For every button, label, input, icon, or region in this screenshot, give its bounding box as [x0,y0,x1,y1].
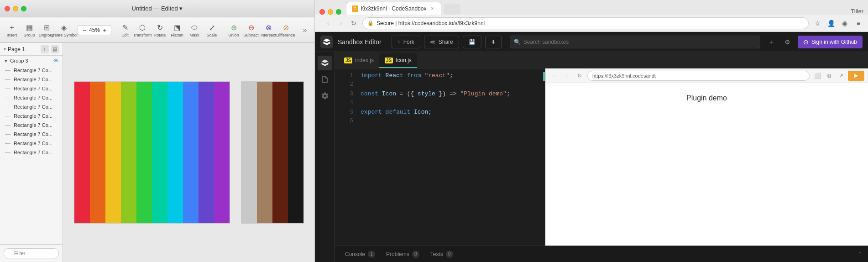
preview-forward-button[interactable]: › [562,71,572,81]
maximize-button[interactable] [21,6,26,11]
minimize-button[interactable] [13,6,18,11]
subtract-tool[interactable]: ⊖ Subtract [243,21,259,39]
problems-tab[interactable]: Problems 0 [382,248,424,261]
fork-button[interactable]: ⑂ Fork [392,36,420,48]
zoom-in-button[interactable]: + [101,26,108,34]
add-page-button[interactable]: + [41,45,49,53]
browser-bookmark-button[interactable]: ☆ [812,18,822,28]
color-strip [199,82,214,223]
page-name: Page 1 [8,46,25,52]
add-sandbox-button[interactable]: + [765,36,778,48]
browser-tab[interactable]: C l9x3zk9nnl - CodeSandbox × [346,2,441,15]
scale-tool[interactable]: ⤢ Scale [204,21,220,39]
browser-tab-close-button[interactable]: × [429,5,435,12]
layer-group[interactable]: ▼ Group 3 👁 [0,56,63,66]
csb-sidebar-page-button[interactable] [318,72,332,87]
settings-button[interactable]: ⚙ [781,36,794,48]
browser-minimize-button[interactable] [328,9,333,15]
zoom-level: 45% [89,27,100,33]
visibility-icon[interactable]: 👁 [53,58,59,64]
layer-item[interactable]: —Rectangle 7 Co... [0,148,63,157]
browser-close-button[interactable] [319,9,325,15]
rotate-tool[interactable]: ↻ Rotate [152,21,168,39]
browser-forward-button[interactable]: › [336,18,346,28]
signin-button[interactable]: ⊙ Sign in with Github [798,36,863,48]
collapse-button[interactable]: ▤ [51,45,59,53]
browser-back-button[interactable]: ‹ [323,18,333,28]
zoom-control[interactable]: − 45% + [78,25,111,35]
layer-name: Rectangle 7 Co... [14,131,59,137]
insert-tool[interactable]: ＋ Insert [4,21,20,39]
group-tool[interactable]: ▦ Group [21,21,37,39]
layer-item[interactable]: —Rectangle 7 Co... [0,121,63,130]
preview-refresh-button[interactable]: ↻ [575,71,585,81]
insert-icon: ＋ [7,22,17,32]
difference-tool[interactable]: ⊘ Difference [277,21,294,39]
code-line-1: 1 import React from "react"; [335,72,545,81]
layer-item[interactable]: —Rectangle 7 Co... [0,130,63,139]
edit-tool[interactable]: ✎ Edit [117,21,133,39]
layer-item[interactable]: —Rectangle 7 Co... [0,111,63,121]
zoom-out-button[interactable]: − [81,26,88,34]
line-number-3: 3 [340,91,353,97]
browser-extensions-button[interactable]: ◉ [840,18,850,28]
save-button[interactable]: 💾 [463,36,481,48]
codesandbox-panel: C l9x3zk9nnl - CodeSandbox × Tiller ‹ › … [315,0,868,262]
tests-tab[interactable]: Tests 0 [426,248,458,261]
create-symbol-label: Create Symbol [50,33,78,37]
flatten-tool[interactable]: ⬔ Flatten [169,21,185,39]
download-button[interactable]: ⬇ [485,36,502,48]
new-tab-button[interactable] [444,4,460,15]
csb-sidebar-icons [315,52,335,262]
share-button[interactable]: ≪ Share [424,36,459,48]
overflow-button[interactable]: » [297,23,313,37]
preview-external-button[interactable]: ↗ [836,71,846,81]
layer-item[interactable]: —Rectangle 7 Co... [0,66,63,75]
mask-icon: ⬭ [189,22,199,32]
preview-content: Plugin demo [545,83,868,246]
csb-tab-indexjs[interactable]: JS index.js [339,53,379,68]
layer-item[interactable]: —Rectangle 7 Co... [0,93,63,102]
browser-url-bar[interactable]: 🔒 Secure | https://codesandbox.io/s/l9x3… [362,17,809,29]
csb-search-bar[interactable]: 🔍 [510,36,760,48]
csb-code-editor[interactable]: 1 import React from "react"; 2 3 const I… [335,68,545,246]
create-symbol-tool[interactable]: ◈ Create Symbol [56,21,72,39]
console-tab[interactable]: Console 1 [340,248,380,261]
preview-url-text: https://l9x3zk9nnl.codesandt [592,73,656,79]
layer-item[interactable]: —Rectangle 7 Co... [0,75,63,84]
filter-input[interactable] [4,248,59,258]
csb-sidebar-tools-button[interactable] [318,89,332,103]
layer-item[interactable]: —Rectangle 7 Co... [0,102,63,111]
layer-item[interactable]: —Rectangle 7 Co... [0,139,63,148]
page-selector[interactable]: ▾ Page 1 + ▤ [0,43,63,56]
browser-menu-button[interactable]: ≡ [853,18,863,28]
browser-maximize-button[interactable] [336,9,341,15]
traffic-lights [5,6,26,11]
preview-url-bar[interactable]: https://l9x3zk9nnl.codesandt [587,71,810,81]
preview-toolbar: ‹ › ↻ https://l9x3zk9nnl.codesandt ⬜ ⧉ ↗… [545,68,868,83]
browser-account-button[interactable]: 👤 [826,18,836,28]
color-strip [214,82,230,223]
csb-body: JS index.js JS Icon.js 1 [315,52,868,262]
union-tool[interactable]: ⊕ Union [225,21,242,39]
transform-tool[interactable]: ⬡ Transform [134,21,151,39]
save-icon: 💾 [469,39,476,45]
close-button[interactable] [5,6,10,11]
layer-name: Rectangle 7 Co... [14,150,59,155]
mask-tool[interactable]: ⬭ Mask [186,21,203,39]
preview-run-button[interactable]: ▶ [848,71,864,81]
search-input[interactable] [523,39,756,45]
csb-tab-iconjs[interactable]: JS Icon.js [379,53,417,68]
preview-back-button[interactable]: ‹ [549,71,559,81]
csb-header-right: + ⚙ ⊙ Sign in with Github [765,36,863,48]
preview-open-new-button[interactable]: ⬜ [812,71,822,81]
layer-name: Rectangle 7 Co... [14,95,59,100]
layer-item[interactable]: —Rectangle 7 Co... [0,84,63,93]
csb-sidebar-files-button[interactable] [318,56,332,70]
group-icon: ▦ [24,22,34,32]
bottom-chevron-icon[interactable]: ⌃ [858,251,863,257]
preview-split-button[interactable]: ⧉ [824,71,834,81]
browser-refresh-button[interactable]: ↻ [349,18,359,28]
intersect-tool[interactable]: ⊗ Intersect [260,21,277,39]
neutral-strip-group [241,81,304,224]
